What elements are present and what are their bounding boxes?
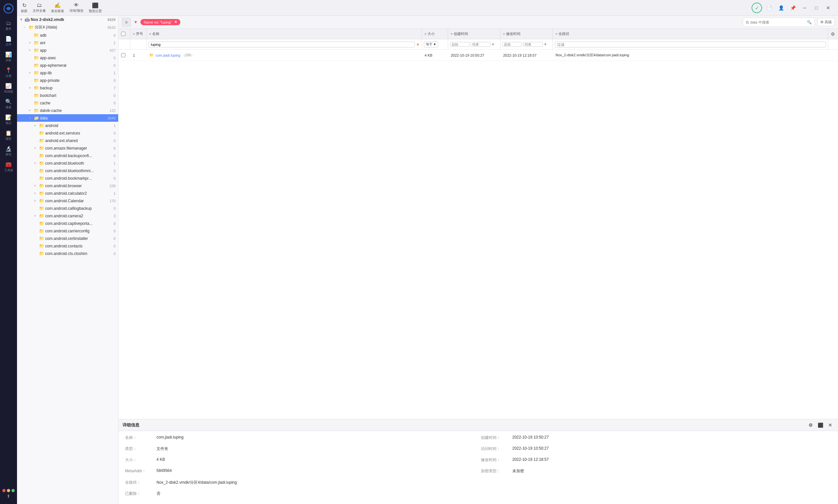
sidebar-item-cases[interactable]: 🗂 案件 xyxy=(1,18,16,33)
sidebar-item-analysis[interactable]: 📊 分析 xyxy=(1,50,16,64)
size-eq-button[interactable]: 等于 ▼ xyxy=(424,41,438,48)
sidebar-item-notes[interactable]: 📝 笔记 xyxy=(1,112,16,127)
sidebar-item-label: 研究 xyxy=(5,152,12,157)
list-item[interactable]: 📁 android.ext.services 0 xyxy=(17,129,118,137)
list-item[interactable]: + 📁 android 1 xyxy=(17,122,118,129)
list-item[interactable]: 📁 bootchart 0 xyxy=(17,92,118,99)
arrow-icon xyxy=(34,154,38,158)
user-button[interactable]: 👤 xyxy=(777,3,786,13)
path-filter-input[interactable] xyxy=(555,41,826,48)
list-item[interactable]: + 📁 com.android.browser 239 xyxy=(17,182,118,190)
sidebar-item-report[interactable]: 📋 报告 xyxy=(1,128,16,143)
tree-root[interactable]: ▼ 🤖 Nox 2-disk2.vmdk 6629 xyxy=(17,16,118,23)
restore-button[interactable]: □ xyxy=(812,3,821,13)
table-row[interactable]: 1 📁 com.jiadi.luping （206） 4 KB xyxy=(119,50,838,61)
search-input[interactable] xyxy=(746,20,806,24)
row-checkbox[interactable] xyxy=(121,53,125,57)
close-dot[interactable] xyxy=(2,489,5,492)
created-start-input[interactable] xyxy=(450,42,470,47)
sidebar-item-location[interactable]: 📍 位置 xyxy=(1,66,16,80)
list-item[interactable]: 📁 android.ext.shared 0 xyxy=(17,137,118,144)
sidebar-item-label: 文件 xyxy=(5,42,12,47)
sidebar-item-search[interactable]: 🔍 搜索 xyxy=(1,97,16,111)
th-settings[interactable]: ⚙ xyxy=(828,29,838,39)
sidebar-item-timeline[interactable]: 📈 时间线 xyxy=(1,81,16,95)
list-item[interactable]: 📁 com.android.calllogbackup 0 xyxy=(17,204,118,212)
list-item[interactable]: 📁 com.android.bookmarkpr... 0 xyxy=(17,175,118,182)
folder-icon: 📁 xyxy=(34,108,39,113)
td-name: 📁 com.jiadi.luping （206） xyxy=(147,50,422,60)
list-item[interactable]: + 📁 dalvik-cache 122 xyxy=(17,107,118,114)
minimize-button[interactable]: ─ xyxy=(800,3,809,13)
modified-start-input[interactable] xyxy=(502,42,522,47)
list-item[interactable]: + 📁 com.android.camera2 3 xyxy=(17,212,118,220)
list-item[interactable]: 📁 com.android.captiveporta... 0 xyxy=(17,220,118,227)
list-item[interactable]: − 📁 分区4 (/data) 6610 xyxy=(17,23,118,32)
arrow-icon: − xyxy=(23,25,28,29)
name-filter-input[interactable] xyxy=(149,41,415,48)
detail-size-value: 4 KB xyxy=(157,457,476,466)
filter-bar: ≡ ▼ Name inc "luping" ✕ 🔍 ⚙ 高级 xyxy=(119,16,838,29)
pin-button[interactable]: 📌 xyxy=(788,3,798,13)
fileall-button[interactable]: 🗂 文件全量 xyxy=(33,2,46,13)
list-item[interactable]: 📁 com.android.backupconfi... 0 xyxy=(17,152,118,159)
list-item[interactable]: 📁 cache 0 xyxy=(17,99,118,107)
list-item[interactable]: + 📁 app 427 xyxy=(17,47,118,54)
detail-settings-button[interactable]: ⚙ xyxy=(806,421,815,429)
tree-node-count: 0 xyxy=(113,78,115,83)
signrecover-button[interactable]: ✍ 签名恢复 xyxy=(51,2,64,14)
folder-icon: 📁 xyxy=(29,25,34,30)
minimize-dot[interactable] xyxy=(7,489,10,492)
created-date-range: ▼ xyxy=(450,42,495,47)
list-item[interactable]: + 📁 app-lib 1 xyxy=(17,69,118,76)
select-all-checkbox[interactable] xyxy=(121,32,125,36)
filter-tag-close[interactable]: ✕ xyxy=(174,20,177,24)
list-item[interactable]: 📁 app-ephemeral 0 xyxy=(17,61,118,69)
list-item[interactable]: + 📁 com.android.bluetooth 1 xyxy=(17,159,118,167)
list-item[interactable]: + 📁 backup 7 xyxy=(17,84,118,92)
details-button[interactable]: 👁 详情/预览 xyxy=(69,2,84,13)
sidebar-item-tools[interactable]: 🧰 工具箱 xyxy=(1,160,16,174)
folder-icon: 📁 xyxy=(39,206,44,211)
detail-layout-button[interactable]: ⬛ xyxy=(816,421,824,429)
list-item[interactable]: + 📁 com.android.calculator2 1 xyxy=(17,190,118,197)
list-item[interactable]: 📁 com.android.contacts 0 xyxy=(17,242,118,250)
refresh-button[interactable]: ↻ 刷新 xyxy=(21,2,28,14)
modified-end-input[interactable] xyxy=(523,42,543,47)
tree-node-name: com.android.cts.ctsshim xyxy=(45,251,111,256)
tree-node-count: 0 xyxy=(113,221,115,226)
sidebar-item-research[interactable]: 🔬 研究 xyxy=(1,144,16,158)
sidebar-item-files[interactable]: 📄 文件 xyxy=(1,34,16,49)
list-item[interactable]: − 📁 data 3649 xyxy=(17,114,118,122)
document-button[interactable]: 📄 xyxy=(765,3,774,13)
folder-link[interactable]: 📁 com.jiadi.luping （206） xyxy=(149,53,194,58)
list-item[interactable]: + 📁 com.amaze.filemanager 6 xyxy=(17,144,118,152)
list-item[interactable]: 📁 com.android.carrierconfig 0 xyxy=(17,227,118,235)
detail-close-button[interactable]: ✕ xyxy=(826,421,834,429)
created-end-input[interactable] xyxy=(471,42,491,47)
tree-node-name: adb xyxy=(40,33,111,38)
list-item[interactable]: 📁 app-asec 0 xyxy=(17,54,118,61)
tree-node-count: 0 xyxy=(113,237,115,240)
list-item[interactable]: 📁 app-private 0 xyxy=(17,76,118,84)
close-button[interactable]: ✕ xyxy=(824,3,833,13)
folder-icon: 📁 xyxy=(34,63,39,68)
detail-metaaddr-label: MetaAddr： xyxy=(125,468,151,478)
advanced-button[interactable]: ⚙ 高级 xyxy=(817,18,835,26)
list-view-button[interactable]: ≡ xyxy=(122,18,131,27)
expand-icon[interactable]: ⬆ xyxy=(6,493,11,499)
list-item[interactable]: 📁 com.android.certinstaller 0 xyxy=(17,235,118,242)
list-item[interactable]: 📁 adb 0 xyxy=(17,32,118,39)
maximize-dot[interactable] xyxy=(12,489,15,492)
tree-node-count: 0 xyxy=(113,176,115,180)
previewpos-button[interactable]: ⬛ 预览位置 xyxy=(89,2,102,14)
tree-node-count: 6629 xyxy=(108,18,115,22)
list-item[interactable]: 📁 com.android.cts.ctsshim 0 xyxy=(17,250,118,257)
tree-node-count: 0 xyxy=(113,131,115,135)
arrow-icon: + xyxy=(29,49,33,52)
list-item[interactable]: + 📁 com.android.Calendar 170 xyxy=(17,197,118,204)
list-item[interactable]: + 📁 anr 1 xyxy=(17,39,118,47)
list-item[interactable]: 📁 com.android.bluetoothmni... 0 xyxy=(17,167,118,175)
check-button[interactable]: ✓ xyxy=(752,3,762,13)
detail-type-value: 文件夹 xyxy=(157,446,476,455)
